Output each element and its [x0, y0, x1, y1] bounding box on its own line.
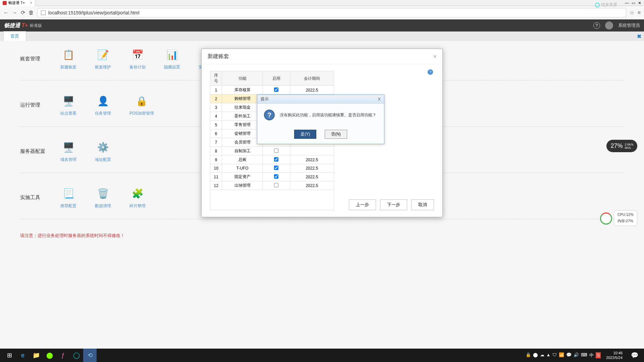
- next-button[interactable]: 下一步: [380, 199, 407, 210]
- prev-button[interactable]: 上一步: [349, 199, 376, 210]
- enable-checkbox[interactable]: [274, 157, 278, 162]
- launcher-item[interactable]: 🗑️数据清理: [95, 186, 111, 209]
- section-title: 运行管理: [20, 102, 60, 108]
- cpu-widget[interactable]: CPU:12% 内存:27%: [614, 210, 637, 226]
- enable-checkbox[interactable]: [274, 87, 278, 92]
- tab-home[interactable]: 首页: [3, 31, 26, 41]
- tray-icon[interactable]: ⌨: [581, 352, 587, 358]
- tray-icon[interactable]: 💬: [566, 352, 572, 358]
- launcher-item[interactable]: 🖥️域名管理: [60, 140, 76, 163]
- launcher-label: 数据清理: [95, 203, 111, 209]
- url-bar[interactable]: localhost:15159/tplus/view/portal/portal…: [37, 8, 626, 17]
- tray-icon[interactable]: ☁: [540, 352, 544, 358]
- app-icon-1[interactable]: ⬤: [43, 349, 56, 362]
- forward-icon[interactable]: →: [12, 10, 17, 16]
- cancel-button[interactable]: 取消: [411, 199, 434, 210]
- notification-icon[interactable]: 💬: [628, 349, 641, 362]
- app-icon-3[interactable]: ◯: [70, 349, 83, 362]
- tray-icon[interactable]: 中: [589, 352, 594, 358]
- tray-icon[interactable]: S: [596, 352, 601, 358]
- yes-button[interactable]: 是(Y): [294, 130, 316, 139]
- modal-header: 新建账套 ×: [202, 49, 442, 64]
- prompt-header: 提示 X: [257, 95, 384, 104]
- avatar[interactable]: [605, 21, 613, 29]
- col-period: 会计期间: [290, 71, 334, 86]
- speed-percent: 27%: [610, 142, 623, 149]
- launcher-label: 地址配置: [95, 157, 111, 163]
- enable-checkbox[interactable]: [274, 174, 278, 179]
- taskbar-clock[interactable]: 10:46 2022/5/24: [603, 351, 625, 360]
- menu-icon[interactable]: ≡: [638, 10, 641, 16]
- browser-toolbar: ← → ⟳ 🗑 localhost:15159/tplus/view/porta…: [0, 6, 644, 19]
- table-row[interactable]: 11固定资产2022.5: [210, 173, 334, 181]
- enable-checkbox[interactable]: [274, 148, 278, 153]
- prompt-title: 提示: [261, 96, 269, 102]
- new-account-modal: 新建账套 × ? 序号 功能 启用 会计期间 1库存核算2022.52购销管理2…: [201, 49, 443, 217]
- modal-close-icon[interactable]: ×: [433, 54, 436, 60]
- launcher-icon: 🖥️: [60, 94, 76, 108]
- minimize-icon[interactable]: —: [625, 1, 629, 5]
- modal-help-icon[interactable]: ?: [428, 69, 433, 75]
- launcher-item[interactable]: 📃推荐配置: [60, 186, 76, 209]
- launcher-item[interactable]: 🧩碎片整理: [129, 186, 146, 209]
- app-edition: 标准版: [30, 23, 42, 28]
- no-button[interactable]: 否(N): [325, 130, 347, 139]
- launcher-item[interactable]: 🖥️站点查看: [60, 94, 76, 116]
- maximize-icon[interactable]: ▭: [632, 1, 635, 5]
- table-row[interactable]: 8自制加工: [210, 147, 334, 156]
- star-icon[interactable]: ☆: [630, 9, 634, 16]
- prompt-close-icon[interactable]: X: [378, 97, 381, 102]
- modal-footer: 上一步 下一步 取消: [349, 199, 434, 210]
- launcher-label: 新建账套: [60, 64, 76, 70]
- table-row[interactable]: 10T-UFO2022.5: [210, 164, 334, 173]
- tab-title: 畅捷通 T+: [8, 0, 25, 5]
- recording-badge[interactable]: 结束录屏: [595, 2, 617, 8]
- tab-close-icon[interactable]: ×: [30, 1, 32, 5]
- launcher-icon: 📅: [129, 48, 146, 62]
- tray-icon[interactable]: 🛡: [552, 352, 557, 358]
- launcher-label: 推荐配置: [60, 203, 76, 209]
- browser-tab[interactable]: 畅捷通 T+ ×: [0, 0, 35, 6]
- launcher-item[interactable]: 📝账套维护: [95, 48, 111, 70]
- table-row[interactable]: 9总账2022.5: [210, 156, 334, 164]
- network-speed-widget[interactable]: 27% 2.5K/s 0K/s: [606, 140, 637, 152]
- launcher-item[interactable]: 📋新建账套: [60, 48, 76, 70]
- launcher-item[interactable]: 🔒POS加密管理: [129, 94, 154, 116]
- system-tray[interactable]: 🔒 ⬤ ☁ ▲ 🛡 📶 💬 🔊 ⌨ 中 S: [526, 352, 601, 358]
- edge-icon[interactable]: e: [16, 349, 30, 362]
- close-icon[interactable]: ✕: [638, 1, 641, 5]
- explorer-icon[interactable]: 📁: [30, 349, 43, 362]
- app-icon-4[interactable]: ⟲: [83, 349, 97, 362]
- enable-checkbox[interactable]: [274, 183, 278, 187]
- enable-checkbox[interactable]: [274, 166, 278, 170]
- tray-icon[interactable]: 🔊: [574, 352, 579, 358]
- back-icon[interactable]: ←: [3, 10, 9, 16]
- table-row[interactable]: 1库存核算2022.5: [210, 86, 334, 95]
- tabs-close-icon[interactable]: ✖: [637, 33, 641, 40]
- start-button[interactable]: ⊞: [3, 349, 16, 362]
- tray-icon[interactable]: ⬤: [533, 352, 538, 358]
- launcher-label: 站点查看: [60, 111, 76, 116]
- launcher-icon: 🧩: [129, 186, 146, 200]
- trash-icon[interactable]: 🗑: [29, 10, 34, 16]
- launcher-icon: 📋: [60, 48, 76, 62]
- launcher-item[interactable]: 📊隐藏设置: [164, 48, 180, 70]
- section-title: 账套管理: [20, 56, 60, 62]
- launcher-item[interactable]: ⚙️地址配置: [95, 140, 111, 163]
- launcher-icon: 🖥️: [60, 140, 76, 154]
- tray-icon[interactable]: ▲: [546, 352, 551, 358]
- launcher-icon: 🗑️: [95, 186, 111, 200]
- reload-icon[interactable]: ⟳: [21, 9, 25, 16]
- modal-title: 新建账套: [208, 53, 229, 60]
- launcher-item[interactable]: 👤任务管理: [95, 94, 111, 116]
- prompt-message: 没有购买此功能，启用该功能请慎重。是否启用功能？: [280, 112, 376, 118]
- app-icon-2[interactable]: ƒ: [56, 349, 70, 362]
- table-row[interactable]: 12出纳管理2022.5: [210, 181, 334, 190]
- help-icon[interactable]: ?: [593, 22, 600, 29]
- tray-icon[interactable]: 📶: [559, 352, 564, 358]
- col-seq: 序号: [210, 71, 222, 86]
- launcher-label: 任务管理: [95, 111, 111, 116]
- launcher-icon: 👤: [95, 94, 111, 108]
- tray-icon[interactable]: 🔒: [526, 352, 531, 358]
- launcher-item[interactable]: 📅备份计划: [129, 48, 146, 70]
